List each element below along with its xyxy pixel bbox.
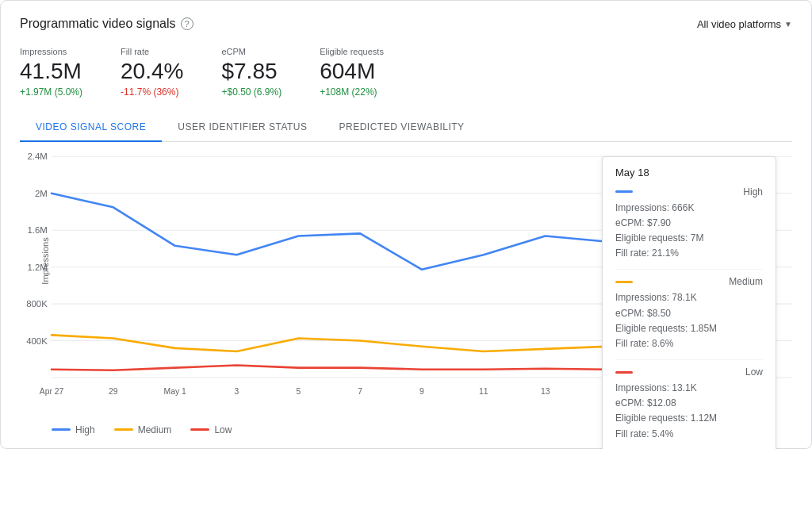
- tooltip-low-label: Low: [745, 366, 763, 378]
- chevron-down-icon: ▼: [784, 20, 792, 29]
- legend-high-icon: [52, 428, 71, 431]
- tab-predicted-viewability[interactable]: PREDICTED VIEWABILITY: [324, 113, 481, 142]
- platform-label: All video platforms: [697, 18, 781, 30]
- svg-text:Apr 27: Apr 27: [40, 386, 64, 395]
- metric-change: -11.7% (36%): [121, 86, 183, 98]
- svg-text:1.6M: 1.6M: [27, 225, 47, 235]
- tab-video-signal-score[interactable]: VIDEO SIGNAL SCORE: [20, 113, 162, 142]
- metric-ecpm: eCPM $7.85 +$0.50 (6.9%): [221, 47, 282, 98]
- metric-value: $7.85: [221, 58, 282, 85]
- metric-impressions: Impressions 41.5M +1.97M (5.0%): [20, 47, 82, 98]
- tooltip-medium-section: Medium Impressions: 78.1K eCPM: $8.50 El…: [615, 276, 763, 351]
- metric-change: +1.97M (5.0%): [20, 86, 82, 98]
- metric-label: Fill rate: [121, 47, 183, 56]
- tooltip-high-header: High: [615, 186, 763, 198]
- svg-text:11: 11: [479, 386, 488, 395]
- card-title: Programmatic video signals ?: [20, 17, 193, 31]
- platform-select-button[interactable]: All video platforms ▼: [697, 18, 792, 30]
- legend-low-label: Low: [214, 424, 232, 435]
- tooltip-medium-header: Medium: [615, 276, 763, 287]
- svg-text:13: 13: [541, 386, 550, 395]
- y-axis-label: Impressions: [40, 237, 50, 284]
- card-header: Programmatic video signals ? All video p…: [20, 17, 792, 31]
- legend-high: High: [52, 424, 95, 435]
- metric-eligible-requests: Eligible requests 604M +108M (22%): [320, 47, 384, 98]
- tooltip-divider-2: [615, 359, 763, 360]
- title-text: Programmatic video signals: [20, 17, 176, 31]
- legend-low: Low: [190, 424, 232, 435]
- svg-text:2M: 2M: [35, 189, 48, 198]
- tooltip-high-line-icon: [615, 190, 633, 193]
- help-icon[interactable]: ?: [181, 17, 193, 30]
- tooltip-low-stats: Impressions: 13.1K eCPM: $12.08 Eligible…: [615, 381, 763, 442]
- metric-value: 41.5M: [20, 58, 82, 85]
- tooltip-medium-line-icon: [615, 281, 633, 283]
- main-card: Programmatic video signals ? All video p…: [0, 0, 812, 449]
- tooltip: May 18 High Impressions: 666K eCPM: $7.9…: [602, 156, 776, 449]
- legend-medium-label: Medium: [138, 424, 172, 435]
- tooltip-low-header: Low: [615, 366, 763, 378]
- metric-label: Eligible requests: [320, 47, 384, 56]
- tooltip-medium-stats: Impressions: 78.1K eCPM: $8.50 Eligible …: [615, 290, 763, 351]
- svg-text:2.4M: 2.4M: [27, 152, 47, 161]
- metric-value: 604M: [320, 58, 384, 85]
- metric-change: +108M (22%): [320, 86, 384, 98]
- legend-high-label: High: [75, 424, 95, 435]
- metric-value: 20.4%: [121, 58, 183, 85]
- tooltip-medium-label: Medium: [729, 276, 763, 287]
- svg-text:3: 3: [235, 386, 239, 395]
- metric-change: +$0.50 (6.9%): [221, 86, 282, 98]
- tooltip-high-label: High: [743, 186, 763, 198]
- svg-text:29: 29: [109, 386, 118, 395]
- svg-text:400K: 400K: [26, 336, 48, 345]
- metric-label: eCPM: [221, 47, 282, 56]
- tooltip-low-line-icon: [615, 371, 633, 374]
- tab-user-identifier-status[interactable]: USER IDENTIFIER STATUS: [162, 113, 323, 142]
- svg-text:5: 5: [296, 386, 301, 395]
- metric-fill-rate: Fill rate 20.4% -11.7% (36%): [121, 47, 183, 98]
- tooltip-low-section: Low Impressions: 13.1K eCPM: $12.08 Elig…: [615, 366, 763, 442]
- tooltip-high-stats: Impressions: 666K eCPM: $7.90 Eligible r…: [615, 201, 763, 262]
- svg-text:May 1: May 1: [164, 386, 186, 395]
- legend-medium: Medium: [114, 424, 172, 435]
- metrics-row: Impressions 41.5M +1.97M (5.0%) Fill rat…: [20, 47, 792, 98]
- metric-label: Impressions: [20, 47, 82, 56]
- svg-text:7: 7: [358, 386, 362, 395]
- legend-low-icon: [190, 428, 209, 431]
- svg-text:9: 9: [419, 386, 424, 395]
- svg-text:800K: 800K: [26, 299, 48, 309]
- tooltip-divider-1: [615, 269, 763, 270]
- tabs-bar: VIDEO SIGNAL SCOREUSER IDENTIFIER STATUS…: [20, 113, 792, 142]
- legend-medium-icon: [114, 428, 133, 431]
- tooltip-date: May 18: [615, 167, 763, 178]
- chart-area: Impressions 2.4M 2M 1.6M 1.2M 800K 400K …: [20, 148, 792, 418]
- tooltip-high-section: High Impressions: 666K eCPM: $7.90 Eligi…: [615, 186, 763, 262]
